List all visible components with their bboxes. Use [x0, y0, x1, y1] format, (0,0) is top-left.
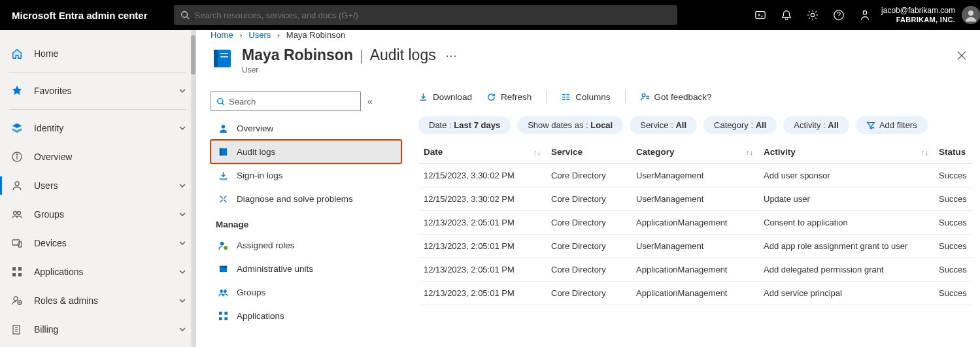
refresh-button[interactable]: Refresh: [486, 92, 532, 102]
svg-rect-18: [18, 273, 22, 276]
cell-category: ApplicationManagement: [631, 211, 758, 235]
download-button[interactable]: Download: [418, 92, 472, 102]
svg-line-32: [222, 103, 224, 105]
filter-date[interactable]: Date : Last 7 days: [418, 116, 511, 134]
cell-status: Succes: [934, 188, 973, 211]
cell-date: 12/13/2023, 2:05:01 PM: [418, 258, 546, 282]
nav-overview[interactable]: Overview: [0, 142, 195, 171]
th-date[interactable]: Date↑↓: [418, 140, 546, 164]
nav-users-label: Users: [34, 180, 58, 191]
svg-point-10: [15, 182, 19, 186]
subnav-groups[interactable]: Groups: [211, 280, 401, 304]
global-search-input[interactable]: [195, 10, 671, 20]
notifications-icon[interactable]: [781, 9, 792, 21]
resource-search[interactable]: Search: [211, 91, 361, 111]
admin-units-icon: [216, 264, 230, 274]
page-title: Maya Robinson: [242, 46, 353, 64]
table-row[interactable]: 12/13/2023, 2:05:01 PMCore DirectoryAppl…: [418, 258, 973, 282]
columns-button[interactable]: Columns: [561, 92, 610, 102]
nav-users[interactable]: Users: [0, 171, 195, 200]
cell-activity: Add user sponsor: [758, 164, 934, 188]
apps-icon: [216, 311, 230, 321]
breadcrumb-users[interactable]: Users: [248, 30, 271, 40]
global-search[interactable]: [174, 5, 677, 25]
settings-icon[interactable]: [807, 9, 819, 21]
cell-category: UserManagement: [631, 235, 758, 258]
cell-category: UserManagement: [631, 188, 758, 211]
svg-point-33: [221, 124, 225, 128]
cell-activity: Consent to application: [758, 211, 934, 235]
close-icon[interactable]: [956, 50, 967, 61]
feedback-icon[interactable]: [859, 9, 871, 21]
subnav-overview[interactable]: Overview: [211, 116, 401, 140]
subnav-applications[interactable]: Applications: [211, 304, 401, 327]
refresh-label: Refresh: [501, 92, 532, 102]
nav-roles[interactable]: Roles & admins: [0, 286, 195, 315]
cell-activity: Add app role assignment grant to user: [758, 235, 934, 258]
apps-icon: [9, 267, 25, 277]
help-icon[interactable]: [833, 9, 845, 21]
filter-dates-as[interactable]: Show dates as : Local: [517, 116, 623, 134]
table-row[interactable]: 12/13/2023, 2:05:01 PMCore DirectoryUser…: [418, 235, 973, 258]
th-service[interactable]: Service: [546, 140, 631, 164]
svg-point-9: [16, 154, 18, 156]
table-row[interactable]: 12/15/2023, 3:30:02 PMCore DirectoryUser…: [418, 164, 973, 188]
chevron-down-icon: [178, 297, 186, 305]
nav-favorites[interactable]: Favorites: [0, 76, 195, 105]
breadcrumb-home[interactable]: Home: [211, 30, 233, 40]
nav-billing[interactable]: Billing: [0, 315, 195, 344]
nav-devices[interactable]: Devices: [0, 229, 195, 257]
table-row[interactable]: 12/13/2023, 2:05:01 PMCore DirectoryAppl…: [418, 211, 973, 235]
user-icon: [9, 180, 25, 191]
more-icon[interactable]: ⋯: [445, 48, 457, 63]
nav-overview-label: Overview: [34, 152, 72, 162]
cell-service: Core Directory: [546, 211, 631, 235]
collapse-icon[interactable]: «: [367, 96, 373, 107]
nav-applications[interactable]: Applications: [0, 257, 195, 286]
add-filters-button[interactable]: Add filters: [856, 116, 928, 134]
avatar[interactable]: [962, 6, 980, 24]
subnav-groups-label: Groups: [237, 288, 265, 297]
cell-category: ApplicationManagement: [631, 258, 758, 282]
chevron-down-icon: [178, 182, 186, 190]
cell-activity: Add service principal: [758, 282, 934, 305]
subnav-assigned-roles[interactable]: Assigned roles: [211, 233, 401, 257]
svg-point-31: [218, 98, 223, 103]
filter-service[interactable]: Service : All: [630, 116, 697, 134]
subnav-applications-label: Applications: [237, 311, 284, 321]
svg-point-41: [223, 289, 226, 293]
th-category[interactable]: Category↑↓: [631, 140, 758, 164]
nav-scrollbar[interactable]: [191, 30, 195, 347]
book-icon: [211, 46, 234, 70]
add-filters-label: Add filters: [879, 120, 917, 130]
subnav-audit-logs[interactable]: Audit logs: [211, 140, 401, 163]
cell-service: Core Directory: [546, 282, 631, 305]
resource-menu: Search « Overview Audit logs Sign: [211, 82, 405, 347]
nav-identity[interactable]: Identity: [0, 114, 195, 142]
svg-rect-39: [219, 265, 226, 267]
groups-icon: [9, 209, 25, 220]
chevron-down-icon: [178, 239, 186, 247]
download-label: Download: [433, 92, 472, 102]
nav-home[interactable]: Home: [0, 39, 195, 68]
filter-category[interactable]: Category : All: [703, 116, 777, 134]
feedback-button[interactable]: Got feedback?: [640, 92, 712, 102]
subnav-diagnose[interactable]: Diagnose and solve problems: [211, 187, 401, 210]
th-activity[interactable]: Activity↑↓: [758, 140, 934, 164]
chevron-down-icon: [178, 210, 186, 218]
user-block[interactable]: jacob@fabrikam.com FABRIKAM, INC.: [881, 7, 955, 23]
table-row[interactable]: 12/13/2023, 2:05:01 PMCore DirectoryAppl…: [418, 282, 973, 305]
cell-status: Succes: [934, 164, 973, 188]
th-status[interactable]: Status: [934, 140, 973, 164]
nav-applications-label: Applications: [34, 267, 84, 277]
table-row[interactable]: 12/15/2023, 3:30:02 PMCore DirectoryUser…: [418, 188, 973, 211]
cloud-shell-icon[interactable]: [754, 9, 766, 21]
nav-groups[interactable]: Groups: [0, 200, 195, 229]
svg-rect-43: [224, 311, 228, 314]
cell-activity: Update user: [758, 188, 934, 211]
subnav-admin-units-label: Administrative units: [237, 264, 313, 274]
cell-status: Succes: [934, 235, 973, 258]
filter-activity[interactable]: Activity : All: [783, 116, 849, 134]
subnav-admin-units[interactable]: Administrative units: [211, 257, 401, 280]
subnav-signin-logs[interactable]: Sign-in logs: [211, 163, 401, 187]
